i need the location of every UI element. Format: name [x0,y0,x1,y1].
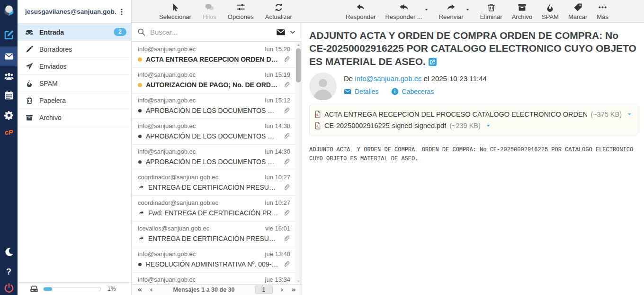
message-list-item[interactable]: info@sanjuan.gob.eclun 15:19AUTORIZACION… [132,68,295,93]
message-list-item[interactable]: info@sanjuan.gob.ecjue 13:48RESOLUCIÓN A… [132,247,295,273]
attachment-menu-caret-icon[interactable] [626,111,632,117]
attachment-box: ACTA ENTREGA RECEPCION DEL PROCESO CATAL… [309,106,637,134]
archive-icon [518,3,527,12]
compose-button[interactable] [0,28,18,42]
sidebar-item-entrada[interactable]: Entrada2 [18,24,131,41]
settings-button[interactable] [0,108,18,122]
scroll-up-icon[interactable] [295,42,302,48]
attachment-size: (~239 KB) [449,122,481,129]
next-page-button[interactable]: › [280,286,284,294]
envelope-icon [344,88,351,95]
spam-button[interactable]: SPAM [542,3,559,20]
prev-page-button[interactable]: ‹ [150,286,153,294]
details-toggle[interactable]: Detalles [344,88,379,95]
refresh-icon [274,3,283,12]
read-dot-icon [138,160,142,164]
paperclip-icon [282,209,290,217]
list-scrollbar[interactable] [295,42,302,284]
unread-dot-icon [138,57,142,62]
paperclip-icon [282,184,290,191]
message-toolbar: ResponderResponder ...ReenviarEliminarAr… [346,0,608,23]
paperclip-icon [282,158,290,166]
help-button[interactable]: ? [0,265,18,279]
message-list-item[interactable]: info@sanjuan.gob.eclun 14:38APROBACIÓN D… [132,119,295,145]
message-list-item[interactable]: info@sanjuan.gob.eclun 15:12APROBACIÓN D… [132,93,295,119]
inbox-icon [25,28,33,36]
attachment-menu-caret-icon[interactable] [485,123,491,129]
search-bar [132,23,302,42]
message-list-item[interactable]: info@sanjuan.gob.eclun 14:30APROBACIÓN D… [132,145,295,170]
attachment-item[interactable]: CE-20250002916225-signed-signed.pdf(~239… [314,120,632,131]
read-dot-icon [138,135,142,138]
responder-button[interactable]: Responder [346,3,376,20]
fire-icon [25,79,33,87]
reading-pane: ADJUNTO ACTA Y ORDEN DE COMPRA ORDEN DE … [303,23,644,295]
folder-label: Borradores [39,46,126,53]
actualizar-button[interactable]: Actualizar [265,3,292,20]
scroll-down-icon[interactable] [295,278,302,284]
toolbar-button-label: Opciones [228,13,254,20]
eliminar-button[interactable]: Eliminar [480,3,502,20]
sidebar-item-borradores[interactable]: Borradores [18,41,131,58]
attachment-name[interactable]: CE-20250002916225-signed-signed.pdf [324,122,446,129]
opciones-button[interactable]: Opciones [228,3,254,20]
más-button[interactable]: Más [597,3,608,20]
dropdown-caret-icon[interactable] [424,7,429,12]
message-list-item[interactable]: coordinador@sanjuan.gob.eclun 10:27Fwd: … [132,196,295,221]
message-date: lun 15:20 [265,46,291,53]
attachment-name[interactable]: ACTA ENTREGA RECEPCION DEL PROCESO CATAL… [324,111,587,118]
archivo-button[interactable]: Archivo [512,3,532,20]
search-input[interactable] [149,28,272,37]
disk-icon [30,285,38,293]
quota-progress-fill [44,287,52,291]
message-date: jue 13:34 [265,276,291,283]
message-date: el 2025-10-23 11:44 [424,74,487,83]
first-page-button[interactable]: « [137,286,142,294]
cursor-icon [170,3,179,12]
sidebar-item-spam[interactable]: SPAM [18,75,131,92]
forwarded-icon [138,184,144,190]
from-email-link[interactable]: info@sanjuan.gob.ec [355,74,421,83]
current-page-box[interactable]: 1 [255,286,273,294]
dropdown-caret-icon[interactable] [465,7,471,12]
scrollbar-thumb[interactable] [296,48,301,83]
logout-button[interactable] [0,281,18,295]
marcar-button[interactable]: Marcar [568,3,587,20]
message-list-item[interactable]: lcevallos@sanjuan.gob.ecvie 16:01ENTREGA… [132,221,295,247]
toolbar-button-label: Archivo [512,13,532,20]
reenviar-button[interactable]: Reenviar [439,3,464,20]
seleccionar-button[interactable]: Seleccionar [159,3,191,20]
meta-links: Detalles Cabeceras [344,88,487,95]
search-scope-envelope-icon[interactable] [276,28,286,37]
hilos-button[interactable]: Hilos [203,3,216,20]
message-list-item[interactable]: coordinador@sanjuan.gob.eclun 10:27ENTRE… [132,170,295,196]
toolbar-button-label: Actualizar [265,13,292,20]
darkmode-button[interactable] [0,245,18,259]
sidebar-item-enviados[interactable]: Enviados [18,58,131,75]
pdf-icon [314,122,321,129]
contacts-button[interactable] [0,69,18,83]
message-date: lun 14:38 [265,122,291,129]
paper-plane-icon [25,62,33,70]
message-subject: APROBACIÓN DE LOS DOCUMENTOS DE LA... [146,132,278,140]
sender-block: De info@sanjuan.gob.ec el 2025-10-23 11:… [309,73,637,100]
external-link-icon[interactable] [429,58,437,66]
message-list-item[interactable]: info@sanjuan.gob.ecjue 13:34 [132,273,295,284]
kebab-menu-icon[interactable] [116,6,127,18]
last-page-button[interactable]: » [291,286,296,294]
attachment-item[interactable]: ACTA ENTREGA RECEPCION DEL PROCESO CATAL… [314,109,632,120]
headers-toggle[interactable]: Cabeceras [391,88,434,95]
sidebar-item-archivo[interactable]: Archivo [18,109,131,126]
message-date: lun 15:12 [265,97,291,104]
cpanel-button[interactable]: cP [0,125,18,139]
sidebar-item-papelera[interactable]: Papelera [18,92,131,109]
more-icon [598,3,607,12]
trash-icon [487,3,496,12]
mail-button[interactable] [0,46,18,66]
left-rail: cP? [0,0,18,295]
message-list-item[interactable]: info@sanjuan.gob.eclun 15:20ACTA ENTREGA… [132,42,295,68]
search-options-chevron-icon[interactable] [289,29,296,36]
trash-icon [25,96,33,104]
responder-button[interactable]: Responder ... [385,3,422,20]
calendar-button[interactable] [0,88,18,102]
